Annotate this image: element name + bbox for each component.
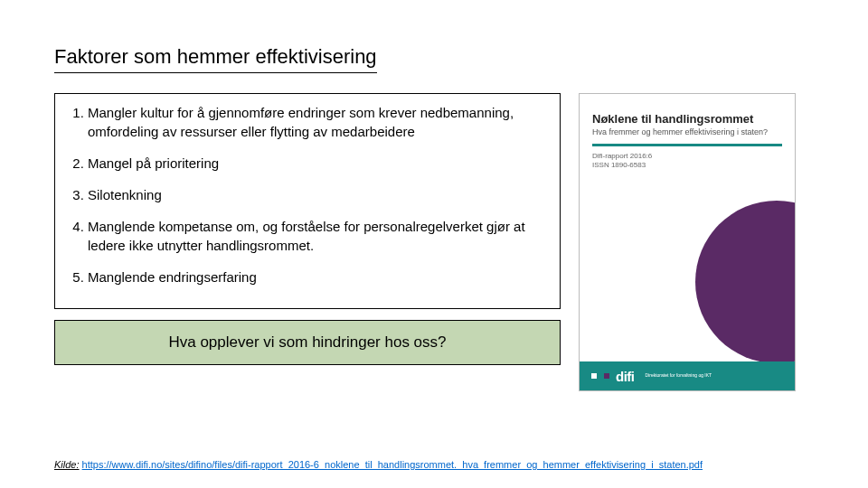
factors-list: Mangler kultur for å gjennomføre endring… <box>68 103 547 286</box>
factors-list-box: Mangler kultur for å gjennomføre endring… <box>54 93 561 309</box>
logo-square-icon <box>591 373 597 379</box>
list-item: Mangel på prioritering <box>88 154 547 173</box>
source-label: Kilde: <box>54 459 80 470</box>
list-item: Manglende kompetanse om, og forståelse f… <box>88 217 547 255</box>
difi-logo-text: difi <box>616 369 635 384</box>
cover-clip: Nøklene til handlingsrommet Hva fremmer … <box>580 94 795 390</box>
cover-divider <box>592 144 782 146</box>
cover-subtitle: Hva fremmer og hemmer effektivisering i … <box>592 127 782 136</box>
report-cover: Nøklene til handlingsrommet Hva fremmer … <box>579 93 796 391</box>
source-link[interactable]: https://www.difi.no/sites/difino/files/d… <box>82 459 703 470</box>
logo-square-icon <box>604 373 609 379</box>
cover-meta-line1: Difi-rapport 2016:6 <box>592 152 782 161</box>
slide-title: Faktorer som hemmer effektivisering <box>54 45 377 73</box>
list-item: Silotenkning <box>88 185 547 204</box>
source-line: Kilde: https://www.difi.no/sites/difino/… <box>54 459 703 470</box>
cover-meta-line2: ISSN 1890-6583 <box>592 161 782 170</box>
content-columns: Mangler kultur for å gjennomføre endring… <box>54 93 814 391</box>
question-box: Hva opplever vi som hindringer hos oss? <box>54 320 561 365</box>
list-item: Mangler kultur for å gjennomføre endring… <box>88 103 547 141</box>
cover-graphic-circle <box>695 201 795 363</box>
list-item: Manglende endringserfaring <box>88 267 547 286</box>
difi-logo-subtitle: Direktoratet for forvaltning og IKT <box>646 373 712 379</box>
slide: Faktorer som hemmer effektivisering Mang… <box>0 0 868 488</box>
left-column: Mangler kultur for å gjennomføre endring… <box>54 93 561 391</box>
cover-title: Nøklene til handlingsrommet <box>592 112 782 126</box>
cover-footer: difi Direktoratet for forvaltning og IKT <box>580 361 795 390</box>
